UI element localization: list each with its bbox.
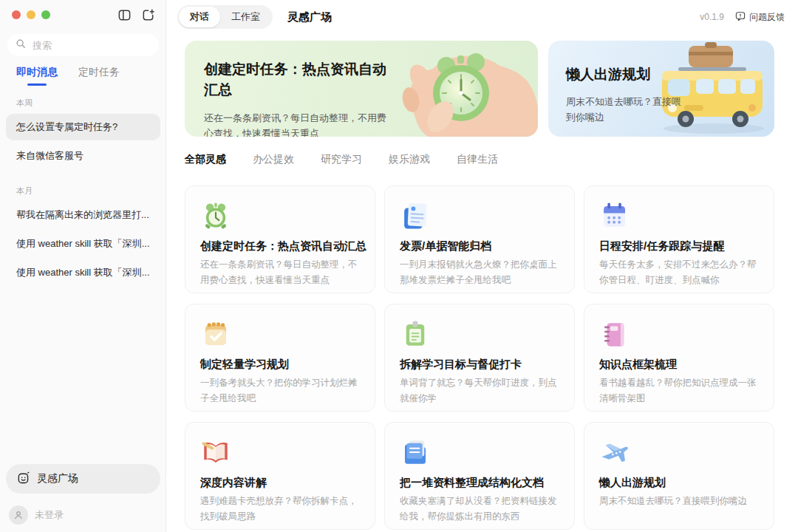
panel-toggle-icon[interactable] [117, 8, 132, 22]
login-button[interactable]: 未登录 [9, 505, 64, 525]
category-tabs: 全部灵感办公提效研究学习娱乐游戏自律生活 [185, 153, 774, 166]
plaza-content: 创建定时任务：热点资讯自动汇总 还在一条条刷资讯？每日自动整理，不用费心查找，快… [185, 41, 774, 530]
card-title: 深度内容讲解 [200, 476, 360, 490]
banner-lazy-travel-plan[interactable]: 懒人出游规划 周末不知道去哪玩？直接喂到你嘴边 [548, 41, 774, 137]
sidebar-history-item[interactable]: 使用 weather skill 获取「深圳... [6, 259, 160, 286]
inspiration-card[interactable]: 深度内容讲解遇到难题卡壳想放弃？帮你拆解卡点，找到破局思路 [185, 422, 375, 530]
inspiration-grid: 创建定时任务：热点资讯自动汇总还在一条条刷资讯？每日自动整理，不用费心查找，快速… [185, 185, 774, 530]
feedback-button[interactable]: 问题反馈 [735, 11, 785, 24]
sidebar-history: 本周怎么设置专属定时任务?来自微信客服号本月帮我在隔离出来的浏览器里打...使用… [6, 93, 160, 288]
card-description: 单词背了就忘？每天帮你盯进度，到点就催你学 [400, 375, 559, 406]
sidebar-plaza-label: 灵感广场 [37, 472, 78, 485]
feedback-label: 问题反馈 [749, 11, 785, 24]
inspiration-card[interactable]: 懒人出游规划周末不知道去哪玩？直接喂到你嘴边 [584, 422, 774, 530]
folder-files-icon [400, 437, 431, 468]
sidebar-tab[interactable]: 定时任务 [78, 66, 120, 86]
hand-holding-alarm-clock-illustration [375, 41, 538, 137]
card-title: 日程安排/任务跟踪与提醒 [599, 239, 759, 253]
version-label: v0.1.9 [700, 12, 724, 22]
inspiration-card[interactable]: 创建定时任务：热点资讯自动汇总还在一条条刷资讯？每日自动整理，不用费心查找，快速… [185, 185, 375, 293]
banner-title: 创建定时任务：热点资讯自动汇总 [204, 59, 392, 100]
card-title: 懒人出游规划 [599, 476, 759, 490]
smiley-icon [17, 471, 30, 487]
sidebar-history-item[interactable]: 来自微信客服号 [6, 143, 160, 169]
topbar: 对话工作室 灵感广场 v0.1.9 问题反馈 [177, 6, 785, 28]
card-description: 一到备考就头大？把你的学习计划烂摊子全甩给我吧 [200, 375, 360, 406]
main-area: 对话工作室 灵感广场 v0.1.9 问题反馈 [167, 0, 798, 532]
clipboard-icon [400, 318, 431, 349]
calendar-check-icon [200, 318, 231, 349]
card-description: 周末不知道去哪玩？直接喂到你嘴边 [599, 494, 759, 509]
card-title: 拆解学习目标与督促打卡 [400, 358, 559, 372]
inspiration-card[interactable]: 日程安排/任务跟踪与提醒每天任务太多，安排不过来怎么办？帮你管日程、盯进度、到点… [584, 185, 774, 293]
segment-tab[interactable]: 工作室 [220, 7, 271, 27]
card-description: 收藏夹塞满了却从没看？把资料链接发给我，帮你提炼出有用的东西 [400, 494, 559, 525]
category-tab[interactable]: 办公提效 [253, 153, 294, 166]
inspiration-card[interactable]: 制定轻量学习规划一到备考就头大？把你的学习计划烂摊子全甩给我吧 [185, 304, 375, 412]
banner-description: 周末不知道去哪玩？直接喂到你嘴边 [566, 94, 690, 126]
sidebar: 即时消息定时任务 本周怎么设置专属定时任务?来自微信客服号本月帮我在隔离出来的浏… [0, 0, 166, 532]
search-box[interactable] [7, 34, 159, 56]
inspiration-card[interactable]: 知识点框架梳理看书越看越乱？帮你把知识点理成一张清晰骨架图 [584, 304, 774, 412]
search-input[interactable] [31, 39, 145, 52]
card-title: 知识点框架梳理 [599, 358, 759, 372]
category-tab[interactable]: 研究学习 [321, 153, 362, 166]
close-window-button[interactable] [12, 10, 21, 19]
zoom-window-button[interactable] [41, 10, 50, 19]
new-chat-icon[interactable] [141, 8, 155, 22]
avatar [9, 505, 28, 525]
category-tab[interactable]: 自律生活 [457, 153, 498, 166]
inspiration-card[interactable]: 拆解学习目标与督促打卡单词背了就忘？每天帮你盯进度，到点就催你学 [384, 304, 575, 412]
minimize-window-button[interactable] [27, 10, 35, 19]
page-title: 灵感广场 [287, 10, 332, 24]
alarm-clock-icon [200, 200, 231, 231]
banner-row: 创建定时任务：热点资讯自动汇总 还在一条条刷资讯？每日自动整理，不用费心查找，快… [185, 41, 774, 137]
sidebar-history-item[interactable]: 怎么设置专属定时任务? [6, 114, 160, 140]
inspiration-card[interactable]: 把一堆资料整理成结构化文档收藏夹塞满了却从没看？把资料链接发给我，帮你提炼出有用… [384, 422, 575, 530]
sidebar-history-item[interactable]: 使用 weather skill 获取「深圳... [6, 231, 160, 257]
feedback-bubble-icon [735, 11, 746, 24]
app-window: 即时消息定时任务 本周怎么设置专属定时任务?来自微信客服号本月帮我在隔离出来的浏… [0, 0, 798, 532]
history-section-label: 本月 [6, 181, 160, 202]
segment-tab[interactable]: 对话 [179, 7, 220, 27]
category-tab[interactable]: 全部灵感 [185, 153, 226, 166]
sidebar-tabs: 即时消息定时任务 [16, 66, 120, 86]
view-segmented-control: 对话工作室 [177, 5, 273, 29]
history-section-label: 本周 [6, 93, 160, 114]
card-title: 发票/单据智能归档 [400, 239, 559, 253]
card-description: 遇到难题卡壳想放弃？帮你拆解卡点，找到破局思路 [200, 494, 360, 525]
card-title: 创建定时任务：热点资讯自动汇总 [200, 239, 360, 253]
card-title: 把一堆资料整理成结构化文档 [400, 476, 559, 490]
calendar-icon [599, 200, 630, 231]
card-description: 每天任务太多，安排不过来怎么办？帮你管日程、盯进度、到点喊你 [599, 257, 759, 288]
search-icon [16, 38, 26, 52]
window-controls [12, 10, 50, 19]
sidebar-history-item[interactable]: 帮我在隔离出来的浏览器里打... [6, 202, 160, 228]
invoice-document-icon [400, 200, 431, 231]
notebook-icon [599, 318, 630, 349]
card-description: 还在一条条刷资讯？每日自动整理，不用费心查找，快速看懂当天重点 [200, 257, 360, 288]
login-status-label: 未登录 [35, 508, 64, 522]
banner-description: 还在一条条刷资讯？每日自动整理，不用费心查找，快速看懂当天重点 [204, 110, 390, 137]
card-description: 一到月末报销就火急火燎？把你桌面上那堆发票烂摊子全甩给我吧 [400, 257, 559, 288]
open-book-icon [200, 437, 231, 468]
sidebar-tab[interactable]: 即时消息 [16, 66, 58, 86]
banner-scheduled-news-digest[interactable]: 创建定时任务：热点资讯自动汇总 还在一条条刷资讯？每日自动整理，不用费心查找，快… [185, 41, 538, 137]
card-description: 看书越看越乱？帮你把知识点理成一张清晰骨架图 [599, 375, 759, 406]
sidebar-item-inspiration-plaza[interactable]: 灵感广场 [6, 464, 160, 494]
airplane-icon [599, 437, 630, 468]
banner-title: 懒人出游规划 [566, 64, 706, 85]
inspiration-card[interactable]: 发票/单据智能归档一到月末报销就火急火燎？把你桌面上那堆发票烂摊子全甩给我吧 [384, 185, 575, 293]
category-tab[interactable]: 娱乐游戏 [389, 153, 430, 166]
card-title: 制定轻量学习规划 [200, 358, 360, 372]
